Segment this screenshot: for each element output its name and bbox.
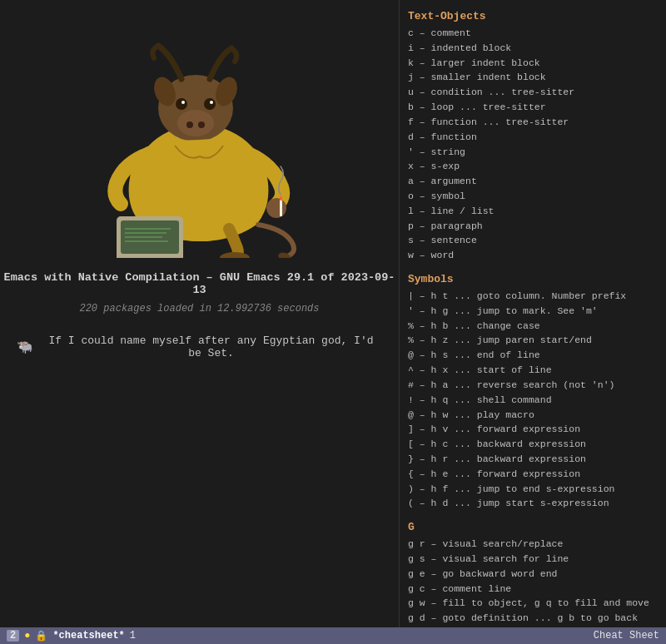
list-item: f – function ... tree-sitter bbox=[408, 115, 659, 130]
list-item: ' – string bbox=[408, 145, 659, 160]
list-item: c – comment bbox=[408, 26, 659, 41]
svg-point-4 bbox=[186, 121, 193, 128]
list-item: [ – h c ... backward expression bbox=[408, 437, 659, 452]
svg-point-12 bbox=[266, 198, 286, 218]
list-item: g r – visual search/replace bbox=[408, 537, 659, 552]
list-item: # – h a ... reverse search (not 'n') bbox=[408, 378, 659, 393]
list-item: ( – h d ... jump start s-expression bbox=[408, 496, 659, 511]
list-item: @ – h w ... play macro bbox=[408, 408, 659, 423]
list-item: ) – h f ... jump to end s-expression bbox=[408, 482, 659, 497]
svg-rect-13 bbox=[280, 198, 282, 216]
symbols-list: | – h t ... goto column. Number prefix' … bbox=[408, 289, 659, 511]
gnu-mascot bbox=[67, 17, 333, 258]
list-item: j – smaller indent block bbox=[408, 70, 659, 85]
svg-point-6 bbox=[176, 98, 187, 110]
list-item: x – s-exp bbox=[408, 159, 659, 174]
list-item: @ – h s ... end of line bbox=[408, 348, 659, 363]
list-item: k – larger indent block bbox=[408, 56, 659, 71]
status-left: 2 ● 🔒 *cheatsheet* 1 bbox=[7, 630, 587, 642]
emacs-title: Emacs with Native Compilation – GNU Emac… bbox=[0, 271, 399, 296]
list-item: | – h t ... goto column. Number prefix bbox=[408, 289, 659, 304]
g-list: g r – visual search/replaceg s – visual … bbox=[408, 537, 659, 627]
status-dot: ● bbox=[24, 630, 30, 642]
status-bar: 2 ● 🔒 *cheatsheet* 1 Cheat Sheet bbox=[0, 627, 666, 644]
emacs-icon: 🐃 bbox=[17, 339, 33, 355]
list-item: g e – go backward word end bbox=[408, 567, 659, 582]
list-item: a – argument bbox=[408, 174, 659, 189]
section-symbols-title: Symbols bbox=[408, 273, 659, 285]
list-item: % – h z ... jump paren start/end bbox=[408, 333, 659, 348]
list-item: g s – visual search for line bbox=[408, 552, 659, 567]
status-filename: *cheatsheet* bbox=[52, 630, 124, 642]
list-item: l – line / list bbox=[408, 204, 659, 219]
packages-loaded: 220 packages loaded in 12.992736 seconds bbox=[79, 303, 319, 315]
list-item: o – symbol bbox=[408, 189, 659, 204]
list-item: } – h r ... backward expression bbox=[408, 452, 659, 467]
list-item: d – function bbox=[408, 130, 659, 145]
status-lock-icon: 🔒 bbox=[35, 630, 47, 642]
list-item: b – loop ... tree-sitter bbox=[408, 100, 659, 115]
list-item: ^ – h x ... start of line bbox=[408, 363, 659, 378]
list-item: w – word bbox=[408, 248, 659, 263]
svg-point-7 bbox=[204, 98, 216, 110]
section-text-objects-title: Text-Objects bbox=[408, 10, 659, 22]
section-g-title: G bbox=[408, 521, 659, 533]
svg-point-9 bbox=[210, 101, 213, 104]
right-panel[interactable]: Text-Objects c – commenti – indented blo… bbox=[400, 0, 666, 627]
text-objects-list: c – commenti – indented blockk – larger … bbox=[408, 26, 659, 263]
svg-point-16 bbox=[220, 252, 250, 258]
status-tab-num: 1 bbox=[130, 630, 136, 642]
svg-point-3 bbox=[177, 110, 214, 136]
status-number: 2 bbox=[7, 630, 19, 642]
svg-point-8 bbox=[181, 101, 185, 104]
list-item: ' – h g ... jump to mark. See 'm' bbox=[408, 304, 659, 319]
quote-text: If I could name myself after any Egyptia… bbox=[40, 334, 382, 359]
svg-point-5 bbox=[198, 121, 205, 128]
list-item: g c – comment line bbox=[408, 582, 659, 597]
list-item: ] – h v ... forward expression bbox=[408, 422, 659, 437]
list-item: p – paragraph bbox=[408, 219, 659, 234]
svg-rect-14 bbox=[280, 196, 282, 201]
list-item: u – condition ... tree-sitter bbox=[408, 85, 659, 100]
list-item: g w – fill to object, g q to fill and mo… bbox=[408, 596, 659, 611]
status-right-label: Cheat Sheet bbox=[594, 630, 659, 642]
list-item: i – indented block bbox=[408, 41, 659, 56]
list-item: g d – goto definition ... g b to go back bbox=[408, 611, 659, 626]
list-item: ! – h q ... shell command bbox=[408, 393, 659, 408]
list-item: % – h b ... change case bbox=[408, 319, 659, 334]
quote-line: 🐃 If I could name myself after any Egypt… bbox=[0, 334, 399, 359]
left-panel: Emacs with Native Compilation – GNU Emac… bbox=[0, 0, 400, 644]
list-item: s – sentence bbox=[408, 233, 659, 248]
list-item: { – h e ... forward expression bbox=[408, 467, 659, 482]
